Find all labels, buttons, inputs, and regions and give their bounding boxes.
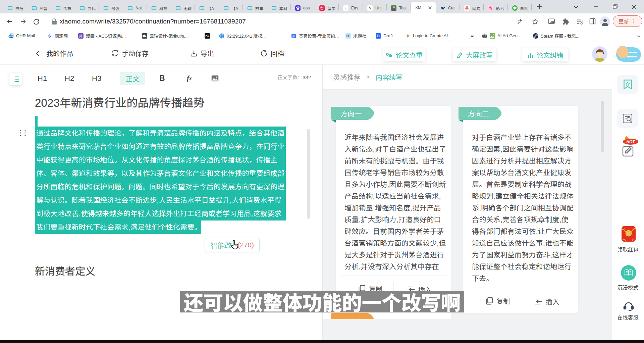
svg-text:HOT: HOT	[626, 140, 635, 144]
